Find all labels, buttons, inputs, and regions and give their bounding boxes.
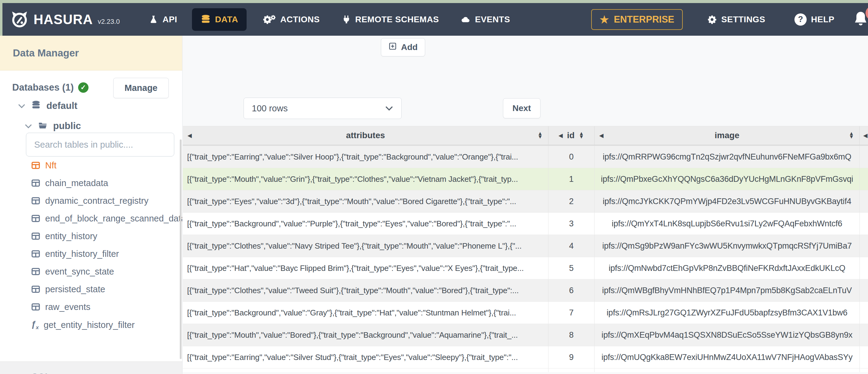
nav-item-settings[interactable]: SETTINGS [707, 14, 765, 24]
add-row-button[interactable]: Add [381, 38, 425, 56]
sql-link[interactable]: SQL [32, 372, 182, 374]
sidebar-table-item[interactable]: Nft [31, 156, 176, 174]
nav-item-label: DATA [215, 14, 238, 24]
collapse-column-icon[interactable]: ◀ [188, 133, 192, 138]
cell-id[interactable]: 3 [548, 213, 594, 235]
column-header-image[interactable]: ◀ image ▲▼ [594, 126, 860, 145]
collapse-column-icon[interactable]: ◀ [559, 133, 563, 138]
cell-id[interactable]: 0 [548, 146, 594, 168]
databases-row: Databases (1) ✓ [12, 82, 89, 93]
table-row[interactable]: [{"trait_type":"Hat","value":"Bayc Flipp… [183, 257, 868, 279]
search-tables-input[interactable] [26, 133, 174, 156]
cell-id[interactable]: 9 [548, 346, 594, 368]
table-row[interactable]: [{"trait_type":"Earring","value":"Silver… [183, 146, 868, 168]
notifications-button[interactable]: 8 [852, 10, 868, 29]
sidebar-table-item[interactable]: raw_events [31, 298, 176, 316]
cell-attributes[interactable]: [{"trait_type":"Mouth","value":"Bored"},… [183, 324, 548, 346]
table-row-partial[interactable] [183, 369, 868, 372]
column-header-attributes[interactable]: ◀ attributes ▲▼ [183, 126, 548, 145]
column-header-id[interactable]: ◀ id ▲▼ [548, 126, 594, 145]
cell-partial[interactable] [860, 279, 868, 302]
cell-partial[interactable] [860, 257, 868, 279]
table-row[interactable]: [{"trait_type":"Eyes","value":"3d"},{"tr… [183, 190, 868, 213]
nav-item-help[interactable]: ? HELP [795, 13, 834, 26]
cell-id[interactable]: 5 [548, 257, 594, 279]
nav-item-events[interactable]: EVENTS [460, 14, 510, 24]
chevron-down-icon[interactable] [18, 103, 26, 108]
cell-partial[interactable] [860, 190, 868, 212]
sidebar-table-item[interactable]: end_of_block_range_scanned_data [31, 210, 176, 227]
cell-attributes[interactable]: [{"trait_type":"Earring","value":"Silver… [183, 146, 548, 168]
table-row[interactable]: [{"trait_type":"Clothes","value":"Navy S… [183, 235, 868, 257]
brand-name: HASURA [34, 12, 93, 27]
manage-button[interactable]: Manage [113, 78, 169, 98]
chevron-down-icon[interactable] [24, 124, 32, 129]
cell-image[interactable]: ipfs://QmUQgKka8EW7exiUHnMwZ4UoXA11wV7NF… [594, 346, 860, 368]
sidebar-scrollbar[interactable] [180, 139, 182, 359]
sidebar-table-item[interactable]: entity_history_filter [31, 245, 176, 263]
column-header-partial[interactable]: ◀ [860, 126, 868, 145]
cell-image[interactable]: ipfs://QmPbxeGcXhYQQNgsC6a36dDyYUcHgMLnG… [594, 168, 860, 190]
cell-image[interactable]: ipfs://QmSg9bPzW9anFYc3wWU5KnvymwkxQTpmq… [594, 235, 860, 257]
rows-per-page-select[interactable]: 100 rows [244, 98, 402, 119]
table-row[interactable]: [{"trait_type":"Clothes","value":"Tweed … [183, 279, 868, 302]
collapse-column-icon[interactable]: ◀ [863, 133, 867, 138]
sidebar-function-item[interactable]: ƒx get_entity_history_filter [31, 316, 134, 334]
table-row[interactable]: [{"trait_type":"Earring","value":"Silver… [183, 346, 868, 369]
cell-image[interactable]: ipfs://QmWBgfBhyVmHNhBfEQ7p1P4Mpn7pm5b8K… [594, 279, 860, 302]
cell-attributes[interactable]: [{"trait_type":"Clothes","value":"Tweed … [183, 279, 548, 302]
cell-id[interactable]: 6 [548, 279, 594, 302]
cell-attributes[interactable]: [{"trait_type":"Eyes","value":"3d"},{"tr… [183, 190, 548, 212]
nav-item-label: EVENTS [475, 14, 510, 24]
grid-body: [{"trait_type":"Earring","value":"Silver… [183, 146, 868, 369]
cell-partial[interactable] [860, 324, 868, 346]
cell-partial[interactable] [860, 346, 868, 368]
cell-partial[interactable] [860, 235, 868, 257]
cell-image[interactable]: ipfs://QmYxT4LnK8sqLupjbS6eRvu1si7Ly2wFQ… [594, 213, 860, 235]
brand[interactable]: HASURA v2.23.0 [10, 10, 120, 29]
next-page-button[interactable]: Next [503, 98, 540, 118]
tree-node-database[interactable]: default [18, 100, 78, 111]
cell-attributes[interactable]: [{"trait_type":"Hat","value":"Bayc Flipp… [183, 257, 548, 279]
cell-partial[interactable] [860, 213, 868, 235]
table-row[interactable]: [{"trait_type":"Mouth","value":"Bored"},… [183, 324, 868, 346]
sidebar-table-item[interactable]: chain_metadata [31, 174, 176, 192]
cell-attributes[interactable]: [{"trait_type":"Background","value":"Gra… [183, 302, 548, 324]
table-row[interactable]: [{"trait_type":"Background","value":"Pur… [183, 213, 868, 235]
cell-image[interactable]: ipfs://QmXEqPbvM4aq1SQSXN8DSuEcSo5SseYW1… [594, 324, 860, 346]
cell-partial[interactable] [860, 302, 868, 324]
sidebar-table-item[interactable]: entity_history [31, 227, 176, 245]
cell-attributes[interactable]: [{"trait_type":"Clothes","value":"Navy S… [183, 235, 548, 257]
cell-partial[interactable] [860, 168, 868, 190]
sidebar-header: Data Manager [0, 36, 182, 70]
sort-icon[interactable]: ▲▼ [579, 132, 584, 138]
collapse-column-icon[interactable]: ◀ [599, 133, 603, 138]
sidebar-table-item[interactable]: persisted_state [31, 280, 176, 298]
cell-attributes[interactable]: [{"trait_type":"Background","value":"Pur… [183, 213, 548, 235]
cell-partial[interactable] [860, 146, 868, 168]
enterprise-button[interactable]: ★ ENTERPRISE [591, 9, 683, 30]
cell-id[interactable]: 7 [548, 302, 594, 324]
cell-attributes[interactable]: [{"trait_type":"Earring","value":"Silver… [183, 346, 548, 368]
table-name: entity_history_filter [45, 249, 119, 259]
cell-id[interactable]: 1 [548, 168, 594, 190]
sidebar-table-item[interactable]: event_sync_state [31, 263, 176, 280]
cell-image[interactable]: ipfs://QmcJYkCKK7QPmYWjp4FD2e3Lv5WCGFuHN… [594, 190, 860, 212]
cell-image[interactable]: ipfs://QmRRPWG96cmgTn2qSzjwr2qvfNEuhunv6… [594, 146, 860, 168]
cell-id[interactable]: 2 [548, 190, 594, 212]
tree-node-schema[interactable]: public [24, 121, 81, 131]
cell-id[interactable]: 4 [548, 235, 594, 257]
cell-image[interactable]: ipfs://QmNwbd7ctEhGpVkP8nZvBBQfiNeFKRdxf… [594, 257, 860, 279]
cell-image[interactable]: ipfs://QmRsJLrg27GQ1ZWyrXZFuJFdU5bapfzsy… [594, 302, 860, 324]
cell-attributes[interactable]: [{"trait_type":"Mouth","value":"Grin"},{… [183, 168, 548, 190]
nav-item-data[interactable]: DATA [192, 8, 247, 31]
sort-icon[interactable]: ▲▼ [537, 132, 542, 138]
cell-id[interactable]: 8 [548, 324, 594, 346]
nav-item-api[interactable]: API [149, 14, 177, 24]
nav-item-actions[interactable]: ACTIONS [262, 14, 320, 24]
sidebar-table-item[interactable]: dynamic_contract_registry [31, 192, 176, 210]
table-row[interactable]: [{"trait_type":"Background","value":"Gra… [183, 302, 868, 324]
sort-icon[interactable]: ▲▼ [849, 132, 854, 138]
table-row[interactable]: [{"trait_type":"Mouth","value":"Grin"},{… [183, 168, 868, 190]
nav-item-remote-schemas[interactable]: REMOTE SCHEMAS [342, 14, 439, 24]
